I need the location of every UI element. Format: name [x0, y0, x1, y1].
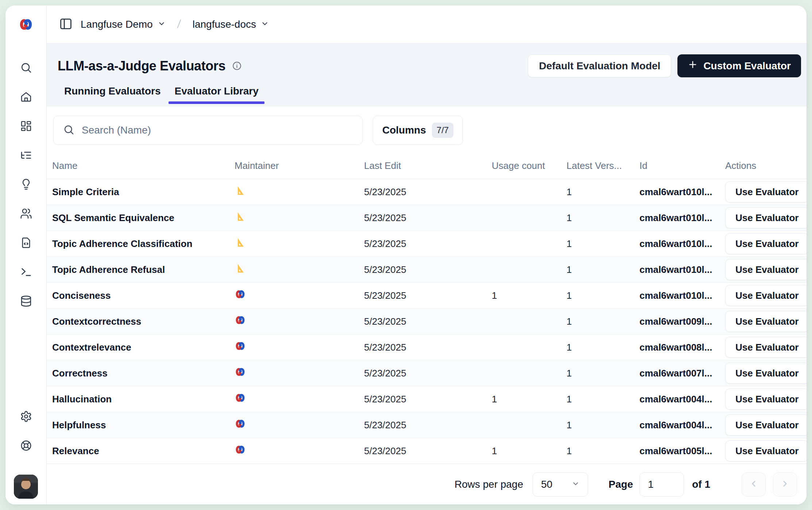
table-row[interactable]: Contextrelevance 5/23/2025 1 cmal6wart00… — [47, 335, 807, 360]
database-icon — [20, 295, 32, 308]
page-number-input[interactable] — [639, 472, 684, 497]
latest-version: 1 — [567, 290, 639, 301]
desktop-background: Langfuse Demo langfuse-docs LLM-as-a-Jud… — [0, 0, 812, 510]
settings-button[interactable] — [20, 410, 32, 423]
use-evaluator-button[interactable]: Use Evaluator — [725, 414, 807, 436]
table-row[interactable]: Conciseness 5/23/2025 1 1 cmal6wart010l.… — [47, 283, 807, 309]
page-label: Page — [608, 479, 633, 490]
last-edit-date: 5/23/2025 — [364, 264, 492, 275]
latest-version: 1 — [567, 342, 639, 353]
sidebar-item-home[interactable] — [20, 91, 32, 103]
home-icon — [20, 91, 32, 104]
table-row[interactable]: Topic Adherence Classification 5/23/2025… — [47, 231, 807, 257]
column-header-last-edit[interactable]: Last Edit — [364, 160, 492, 171]
use-evaluator-button[interactable]: Use Evaluator — [725, 285, 807, 306]
chevron-down-icon — [572, 479, 580, 490]
columns-button[interactable]: Columns 7/7 — [373, 116, 463, 145]
last-edit-date: 5/23/2025 — [364, 186, 492, 198]
users-icon — [20, 208, 32, 221]
columns-count-badge: 7/7 — [432, 123, 453, 138]
latest-version: 1 — [567, 212, 639, 224]
table-row[interactable]: Correctness 5/23/2025 1 cmal6wart007l...… — [47, 360, 807, 386]
org-name: Langfuse Demo — [81, 19, 153, 30]
pagination-footer: Rows per page 50 Page of 1 — [47, 464, 807, 505]
ragas-maintainer-icon — [235, 263, 246, 274]
evaluator-id: cmal6wart004l... — [639, 394, 725, 405]
evaluator-name: Helpfulness — [52, 420, 106, 430]
evaluator-name: SQL Semantic Equivalence — [52, 212, 174, 223]
evaluator-id: cmal6wart009l... — [639, 316, 725, 327]
custom-evaluator-label: Custom Evaluator — [703, 60, 791, 72]
sidebar-item-playground[interactable] — [20, 266, 32, 278]
table-body: Simple Criteria 5/23/2025 1 cmal6wart010… — [47, 179, 807, 464]
project-switcher[interactable]: langfuse-docs — [193, 19, 269, 30]
sidebar-item-evaluation[interactable] — [20, 178, 32, 191]
table-row[interactable]: Helpfulness 5/23/2025 1 cmal6wart004l...… — [47, 412, 807, 438]
use-evaluator-button[interactable]: Use Evaluator — [725, 207, 807, 228]
langfuse-maintainer-icon — [235, 289, 246, 300]
sidebar-item-prompts[interactable] — [20, 237, 32, 249]
use-evaluator-button[interactable]: Use Evaluator — [725, 259, 807, 280]
table-toolbar: Columns 7/7 — [47, 106, 807, 153]
rows-per-page-select[interactable]: 50 — [533, 472, 588, 497]
next-page-button[interactable] — [773, 472, 797, 497]
tab-evaluator-library[interactable]: Evaluator Library — [168, 85, 265, 106]
column-header-id[interactable]: Id — [639, 160, 725, 171]
latest-version: 1 — [567, 316, 639, 327]
list-tree-icon — [20, 149, 32, 162]
column-header-maintainer[interactable]: Maintainer — [235, 160, 364, 171]
previous-page-button[interactable] — [742, 472, 766, 497]
sidebar-item-users[interactable] — [20, 208, 32, 220]
evaluator-id: cmal6wart004l... — [639, 420, 725, 431]
user-avatar[interactable] — [14, 475, 38, 499]
table-row[interactable]: SQL Semantic Equivalence 5/23/2025 1 cma… — [47, 205, 807, 231]
last-edit-date: 5/23/2025 — [364, 445, 492, 457]
evaluator-id: cmal6wart005l... — [639, 445, 725, 457]
sidebar-item-dashboards[interactable] — [20, 120, 32, 132]
org-switcher[interactable]: Langfuse Demo — [81, 19, 166, 30]
sidebar-toggle-button[interactable] — [59, 17, 73, 32]
search-input[interactable] — [82, 124, 353, 136]
use-evaluator-button[interactable]: Use Evaluator — [725, 363, 807, 384]
table-header-row: Name Maintainer Last Edit Usage count La… — [47, 153, 807, 179]
table-row[interactable]: Relevance 5/23/2025 1 1 cmal6wart005l...… — [47, 438, 807, 464]
tab-running-evaluators[interactable]: Running Evaluators — [58, 85, 167, 106]
column-header-latest-version[interactable]: Latest Vers... — [567, 160, 639, 171]
use-evaluator-button[interactable]: Use Evaluator — [725, 181, 807, 202]
table-row[interactable]: Hallucination 5/23/2025 1 1 cmal6wart004… — [47, 386, 807, 412]
latest-version: 1 — [567, 186, 639, 198]
use-evaluator-button[interactable]: Use Evaluator — [725, 440, 807, 461]
evaluator-name: Relevance — [52, 445, 99, 456]
page-title: LLM-as-a-Judge Evaluators — [58, 58, 225, 74]
evaluator-name: Simple Criteria — [52, 186, 119, 197]
sidebar-item-search[interactable] — [20, 62, 32, 74]
use-evaluator-button[interactable]: Use Evaluator — [725, 389, 807, 410]
table-row[interactable]: Topic Adherence Refusal 5/23/2025 1 cmal… — [47, 257, 807, 283]
table-row[interactable]: Contextcorrectness 5/23/2025 1 cmal6wart… — [47, 309, 807, 335]
use-evaluator-button[interactable]: Use Evaluator — [725, 311, 807, 332]
sidebar-item-tracing[interactable] — [20, 149, 32, 162]
sidebar-item-datasets[interactable] — [20, 295, 32, 308]
app-window: Langfuse Demo langfuse-docs LLM-as-a-Jud… — [5, 5, 807, 505]
use-evaluator-button[interactable]: Use Evaluator — [725, 337, 807, 358]
info-icon[interactable] — [232, 61, 242, 71]
support-button[interactable] — [20, 440, 32, 452]
search-icon — [20, 62, 32, 75]
search-input-wrapper — [53, 116, 363, 145]
dashboard-grid-icon — [20, 120, 32, 133]
custom-evaluator-button[interactable]: Custom Evaluator — [677, 54, 801, 77]
column-header-name[interactable]: Name — [52, 160, 235, 171]
table-row[interactable]: Simple Criteria 5/23/2025 1 cmal6wart010… — [47, 179, 807, 205]
ragas-maintainer-icon — [235, 211, 246, 222]
sidebar-nav — [20, 62, 32, 308]
evaluator-id: cmal6wart010l... — [639, 212, 725, 224]
latest-version: 1 — [567, 238, 639, 250]
column-header-usage-count[interactable]: Usage count — [492, 160, 567, 171]
gear-icon — [20, 410, 32, 424]
default-evaluation-model-button[interactable]: Default Evaluation Model — [528, 54, 671, 77]
latest-version: 1 — [567, 445, 639, 457]
evaluator-name: Topic Adherence Refusal — [52, 264, 165, 275]
use-evaluator-button[interactable]: Use Evaluator — [725, 233, 807, 254]
evaluator-name: Topic Adherence Classification — [52, 238, 192, 249]
last-edit-date: 5/23/2025 — [364, 394, 492, 405]
